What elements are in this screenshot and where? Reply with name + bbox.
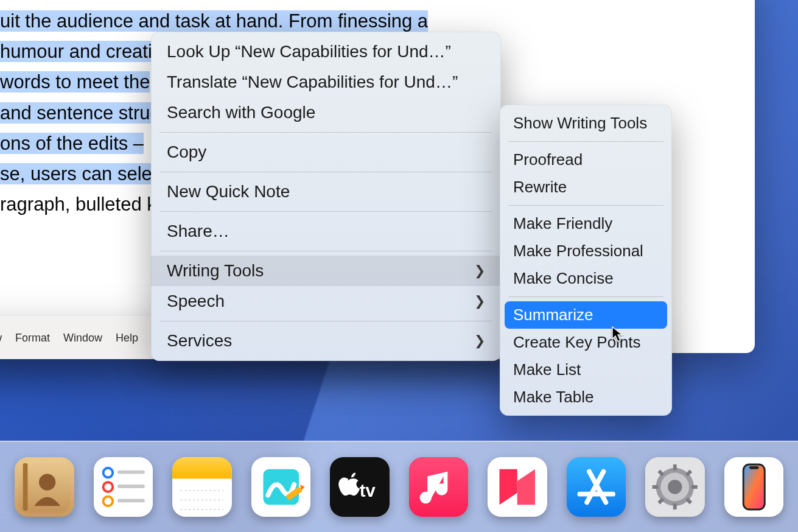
menu-item-new-quick-note[interactable]: New Quick Note xyxy=(151,177,501,207)
context-menu: Look Up “New Capabilities for Und…” Tran… xyxy=(151,32,501,361)
menu-separator xyxy=(159,251,492,251)
submenu-item-show-writing-tools[interactable]: Show Writing Tools xyxy=(500,110,672,137)
dock: tv xyxy=(0,441,798,532)
submenu-item-proofread[interactable]: Proofread xyxy=(500,146,672,173)
chevron-right-icon: ❯ xyxy=(474,333,485,349)
app-store-icon[interactable] xyxy=(567,457,626,517)
news-icon[interactable] xyxy=(488,457,547,517)
svg-text:tv: tv xyxy=(360,480,376,500)
menu-item-translate[interactable]: Translate “New Capabilities for Und…” xyxy=(151,67,501,97)
svg-point-2 xyxy=(39,474,55,490)
notes-icon[interactable] xyxy=(172,457,232,517)
chevron-right-icon: ❯ xyxy=(474,293,485,309)
menu-separator xyxy=(159,172,492,172)
svg-rect-40 xyxy=(743,464,765,509)
menubar-item-help[interactable]: Help xyxy=(116,332,138,345)
svg-rect-1 xyxy=(23,463,28,511)
freeform-icon[interactable] xyxy=(251,457,311,517)
svg-rect-42 xyxy=(749,466,758,469)
submenu-item-summarize[interactable]: Summarize xyxy=(505,301,667,329)
dock-region: tv xyxy=(0,435,798,532)
iphone-mirroring-icon[interactable] xyxy=(724,457,784,517)
menu-separator xyxy=(159,132,492,133)
svg-rect-11 xyxy=(172,457,232,478)
menu-separator xyxy=(508,205,663,206)
submenu-item-make-table[interactable]: Make Table xyxy=(500,383,672,411)
contacts-icon[interactable] xyxy=(15,457,74,517)
svg-point-30 xyxy=(668,480,682,494)
document-line: words to meet the xyxy=(0,71,150,93)
menu-item-look-up[interactable]: Look Up “New Capabilities for Und…” xyxy=(151,37,501,67)
submenu-item-make-list[interactable]: Make List xyxy=(500,356,672,383)
document-line: uit the audience and task at hand. From … xyxy=(0,10,428,32)
cursor-pointer-icon xyxy=(611,326,625,343)
menu-separator xyxy=(159,321,492,321)
menubar-item-window[interactable]: Window xyxy=(63,332,102,345)
chevron-right-icon: ❯ xyxy=(474,263,485,279)
submenu-item-make-professional[interactable]: Make Professional xyxy=(500,237,672,265)
menu-item-services[interactable]: Services ❯ xyxy=(151,326,501,356)
svg-rect-7 xyxy=(117,470,145,474)
apple-tv-icon[interactable]: tv xyxy=(330,457,390,517)
submenu-item-create-key-points[interactable]: Create Key Points xyxy=(500,329,672,356)
submenu-item-make-friendly[interactable]: Make Friendly xyxy=(500,210,672,237)
submenu-item-rewrite[interactable]: Rewrite xyxy=(500,173,672,201)
settings-icon[interactable] xyxy=(645,457,705,517)
svg-rect-9 xyxy=(117,499,145,502)
submenu-item-make-concise[interactable]: Make Concise xyxy=(500,265,672,292)
music-icon[interactable] xyxy=(409,457,469,517)
menu-item-copy[interactable]: Copy xyxy=(151,137,501,167)
menu-item-writing-tools[interactable]: Writing Tools ❯ xyxy=(151,256,501,286)
writing-tools-submenu: Show Writing Tools Proofread Rewrite Mak… xyxy=(500,105,672,416)
reminders-icon[interactable] xyxy=(94,457,153,517)
menu-item-speech[interactable]: Speech ❯ xyxy=(151,286,501,317)
svg-rect-8 xyxy=(117,485,145,488)
menubar-item[interactable]: w xyxy=(0,332,2,345)
menu-separator xyxy=(508,141,663,142)
menubar-item-format[interactable]: Format xyxy=(15,332,50,345)
menu-separator xyxy=(159,211,492,212)
menu-separator xyxy=(508,296,663,297)
menu-item-search-google[interactable]: Search with Google xyxy=(151,97,501,128)
menu-item-share[interactable]: Share… xyxy=(151,216,501,247)
document-line: ons of the edits – xyxy=(0,133,144,154)
